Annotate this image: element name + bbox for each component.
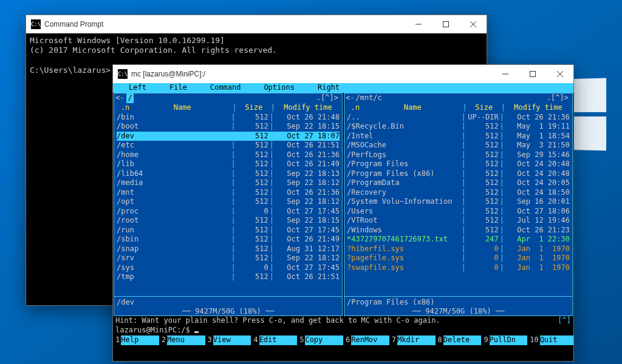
file-size: 512 <box>237 132 268 141</box>
left-panel-gauge: ── 9427M/50G (18%) ── <box>114 307 342 315</box>
file-row[interactable]: /tmp|512|Oct 26 21:51 <box>117 272 340 282</box>
file-row[interactable]: /snap|512|Aug 31 12:17 <box>117 244 340 254</box>
file-row[interactable]: /Recovery|512|Oct 24 18:50 <box>347 188 570 198</box>
file-row[interactable]: /lib64|512|Sep 22 18:13 <box>117 169 340 179</box>
file-size: 0 <box>237 207 268 217</box>
menu-left[interactable]: Left <box>129 83 146 93</box>
file-mtime: May 1 19:11 <box>505 122 570 132</box>
fkey-delete[interactable]: 8Delete <box>436 335 482 345</box>
file-size: 512 <box>467 216 499 226</box>
file-name: /Intel <box>347 132 460 141</box>
fkey-copy[interactable]: 5Copy <box>297 335 343 345</box>
menu-right[interactable]: Right <box>318 83 340 93</box>
fkey-quit[interactable]: 10Quit <box>527 335 573 345</box>
file-row[interactable]: /proc|0|Oct 27 17:45 <box>117 207 340 217</box>
file-size: 512 <box>237 113 268 123</box>
file-size: 247 <box>467 235 499 244</box>
file-mtime: Oct 24 20:48 <box>505 169 570 179</box>
fkey-pulldn[interactable]: 9PullDn <box>481 335 527 345</box>
file-name: /srv <box>117 254 230 263</box>
fkey-view[interactable]: 3View <box>205 335 251 345</box>
mc-titlebar[interactable]: C:\ mc [lazarus@MiniPC]:/ <box>113 65 573 83</box>
file-mtime: Oct 24 20:48 <box>505 160 570 169</box>
fkey-edit[interactable]: 4Edit <box>251 335 297 345</box>
fkey-number: 9 <box>481 335 489 345</box>
file-row[interactable]: /PerfLogs|512|Sep 29 15:46 <box>347 150 570 160</box>
file-mtime: Sep 22 18:12 <box>275 197 340 207</box>
file-row[interactable]: /run|512|Oct 27 17:45 <box>117 226 340 235</box>
file-row[interactable]: /MSOCache|512|May 3 21:50 <box>347 141 570 150</box>
file-name: /opt <box>117 197 230 207</box>
minimize-button[interactable] <box>405 15 432 33</box>
file-mtime: Oct 26 21:23 <box>505 226 570 235</box>
file-row[interactable]: /ProgramData|512|Oct 24 20:05 <box>347 178 570 188</box>
file-row[interactable]: /..|UP--DIR|Oct 26 21:36 <box>347 113 570 123</box>
file-row[interactable]: /opt|512|Sep 22 18:12 <box>117 197 340 207</box>
file-row[interactable]: /Program Files|512|Oct 24 20:48 <box>347 160 570 169</box>
file-size: 512 <box>237 150 268 160</box>
file-name: /etc <box>117 141 230 150</box>
file-mtime: Jan 1 1970 <box>505 263 570 273</box>
file-mtime: Oct 24 18:50 <box>505 188 570 198</box>
fkey-label: View <box>213 335 251 345</box>
fkey-label: Delete <box>443 335 482 345</box>
mc-window: C:\ mc [lazarus@MiniPC]:/ Left File Comm… <box>112 64 574 362</box>
file-size: 512 <box>467 197 499 207</box>
file-row[interactable]: ?hiberfil.sys|0|Jan 1 1970 <box>347 244 570 254</box>
maximize-button[interactable] <box>432 15 459 33</box>
file-row[interactable]: /Program Files (x86)|512|Oct 24 20:48 <box>347 169 570 179</box>
fkey-number: 1 <box>113 335 121 345</box>
file-row[interactable]: /lib|512|Oct 26 21:49 <box>117 160 340 169</box>
right-panel-gauge: ── 9427M/50G (18%) ── <box>344 307 572 315</box>
fkey-mkdir[interactable]: 7Mkdir <box>389 335 436 345</box>
close-button[interactable] <box>459 15 487 33</box>
file-row[interactable]: /System Volu~Information|512|Sep 16 20:0… <box>347 197 570 207</box>
file-row[interactable]: /sbin|512|Oct 26 21:49 <box>117 235 340 244</box>
svg-rect-1 <box>443 22 448 27</box>
right-panel-footer: /Program Files (x86) <box>344 296 572 307</box>
file-row[interactable]: /Users|512|Oct 27 18:06 <box>347 207 570 217</box>
file-row[interactable]: /Windows|512|Oct 26 21:23 <box>347 226 570 235</box>
file-mtime: Oct 27 17:45 <box>275 263 340 273</box>
fkey-number: 10 <box>527 335 539 345</box>
file-row[interactable]: /$Recycle.Bin|512|May 1 19:11 <box>347 122 570 132</box>
file-row[interactable]: /dev|512|Oct 27 18:07 <box>117 132 340 141</box>
fkey-label: Edit <box>259 335 298 345</box>
file-mtime: Jan 1 1970 <box>505 244 570 254</box>
right-panel-path[interactable]: /mnt/c <box>355 93 381 103</box>
file-mtime: Sep 29 15:46 <box>505 150 570 160</box>
file-row[interactable]: /srv|512|Sep 22 18:12 <box>117 254 340 263</box>
file-name: /mnt <box>117 188 230 198</box>
file-size: 512 <box>237 235 268 244</box>
fkey-renmov[interactable]: 6RenMov <box>343 335 389 345</box>
fkey-menu[interactable]: 2Menu <box>159 335 205 345</box>
file-row[interactable]: /etc|512|Oct 26 21:51 <box>117 141 340 150</box>
cmd-titlebar[interactable]: C:\ Command Prompt <box>26 15 487 33</box>
file-name: /bin <box>117 113 230 123</box>
file-row[interactable]: /mnt|512|Oct 26 21:36 <box>117 188 340 198</box>
file-row[interactable]: /boot|512|Sep 22 18:15 <box>117 122 340 132</box>
maximize-button[interactable] <box>519 65 546 83</box>
file-row[interactable]: /Intel|512|May 1 18:54 <box>347 132 570 141</box>
menu-options[interactable]: Options <box>264 83 295 93</box>
file-mtime: Oct 26 21:51 <box>275 272 340 282</box>
file-size: 0 <box>467 254 499 263</box>
file-row[interactable]: ?pagefile.sys|0|Jan 1 1970 <box>347 254 570 263</box>
file-name: /$Recycle.Bin <box>347 122 460 132</box>
file-row[interactable]: /home|512|Oct 26 21:36 <box>117 150 340 160</box>
file-row[interactable]: ?swapfile.sys|0|Jan 1 1970 <box>347 263 570 273</box>
file-row[interactable]: /media|512|Sep 22 18:12 <box>117 178 340 188</box>
menu-command[interactable]: Command <box>210 83 241 93</box>
file-row[interactable]: /root|512|Sep 22 18:15 <box>117 216 340 226</box>
close-button[interactable] <box>546 65 573 83</box>
left-panel-path[interactable]: / <box>126 93 133 103</box>
file-row[interactable]: /sys|0|Oct 27 17:45 <box>117 263 340 273</box>
fkey-help[interactable]: 1Help <box>113 335 159 345</box>
file-row[interactable]: *437279707461726973.txt|247|Apr 1 22:30 <box>347 235 570 244</box>
file-name: /.. <box>347 113 460 123</box>
shell-prompt[interactable]: lazarus@MiniPC:/$ <box>113 326 573 335</box>
file-row[interactable]: /bin|512|Oct 26 21:48 <box>117 113 340 123</box>
minimize-button[interactable] <box>491 65 519 83</box>
menu-file[interactable]: File <box>169 83 187 93</box>
file-row[interactable]: /VTRoot|512|Jul 12 19:46 <box>347 216 570 226</box>
